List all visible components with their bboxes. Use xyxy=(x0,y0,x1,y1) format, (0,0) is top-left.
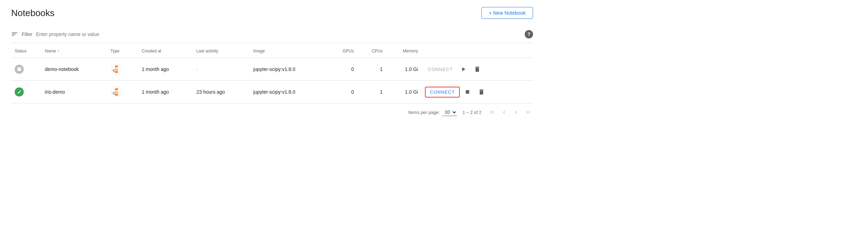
stop-button[interactable] xyxy=(461,87,474,97)
header-row: Notebooks + New Notebook xyxy=(11,7,533,19)
col-memory: Memory xyxy=(386,44,421,58)
page-info: 1 – 2 of 2 xyxy=(463,110,481,115)
name-cell: demo-notebook xyxy=(42,58,107,81)
created-at-cell: 1 month ago xyxy=(138,81,193,103)
svg-text:Ju: Ju xyxy=(114,67,118,71)
filter-label: Filter xyxy=(22,31,32,37)
col-last-activity: Last activity xyxy=(193,44,250,58)
table-row: ✓iris-demo Ju 1 month ago23 hours agojup… xyxy=(11,81,533,103)
new-notebook-button[interactable]: + New Notebook xyxy=(481,7,533,19)
filter-input[interactable] xyxy=(36,31,521,37)
last-activity-cell: - xyxy=(193,58,250,81)
image-cell: jupyter-scipy:v1.8.0 xyxy=(250,58,328,81)
help-icon[interactable]: ? xyxy=(525,30,533,38)
last-activity-cell: 23 hours ago xyxy=(193,81,250,103)
col-created-at: Created at xyxy=(138,44,193,58)
last-page-button[interactable] xyxy=(523,108,533,117)
delete-button[interactable] xyxy=(475,87,488,97)
status-cell xyxy=(11,58,42,81)
items-per-page: Items per page: 10 25 50 xyxy=(408,108,457,116)
row-actions: CONNECT xyxy=(425,87,530,98)
actions-cell: CONNECT xyxy=(421,58,533,81)
gpus-cell: 0 xyxy=(328,81,357,103)
items-per-page-label: Items per page: xyxy=(408,110,440,115)
page-container: Notebooks + New Notebook Filter ? Status… xyxy=(0,0,544,128)
first-page-button[interactable] xyxy=(487,108,497,117)
col-gpus: GPUs xyxy=(328,44,357,58)
col-actions xyxy=(421,44,533,58)
col-status: Status xyxy=(11,44,42,58)
name-cell: iris-demo xyxy=(42,81,107,103)
col-cpus: CPUs xyxy=(358,44,386,58)
items-per-page-select[interactable]: 10 25 50 xyxy=(442,108,457,116)
pagination-row: Items per page: 10 25 50 1 – 2 of 2 xyxy=(11,103,533,121)
type-cell: Ju xyxy=(107,58,138,81)
notebooks-table: Status Name ↑ Type Created at Last activ… xyxy=(11,44,533,103)
delete-button[interactable] xyxy=(471,64,484,74)
next-page-button[interactable] xyxy=(511,108,521,117)
actions-cell: CONNECT xyxy=(421,81,533,103)
row-actions: CONNECT xyxy=(425,64,530,74)
filter-icon xyxy=(11,31,18,38)
status-stopped-icon xyxy=(15,65,24,74)
table-header-row: Status Name ↑ Type Created at Last activ… xyxy=(11,44,533,58)
start-button[interactable] xyxy=(457,64,470,74)
prev-page-button[interactable] xyxy=(499,108,509,117)
page-nav xyxy=(487,108,533,117)
col-name: Name ↑ xyxy=(42,44,107,58)
image-cell: jupyter-scipy:v1.8.0 xyxy=(250,81,328,103)
status-running-icon: ✓ xyxy=(15,87,24,96)
col-type: Type xyxy=(107,44,138,58)
connect-button[interactable]: CONNECT xyxy=(425,65,456,73)
table-row: demo-notebook Ju 1 month ago-jupyter-sci… xyxy=(11,58,533,81)
filter-row: Filter ? xyxy=(11,26,533,43)
gpus-cell: 0 xyxy=(328,58,357,81)
col-image: Image xyxy=(250,44,328,58)
memory-cell: 1.0 Gi xyxy=(386,81,421,103)
cpus-cell: 1 xyxy=(358,81,386,103)
jupyter-icon: Ju xyxy=(110,86,123,98)
type-cell: Ju xyxy=(107,81,138,103)
jupyter-icon: Ju xyxy=(110,63,123,76)
created-at-cell: 1 month ago xyxy=(138,58,193,81)
cpus-cell: 1 xyxy=(358,58,386,81)
memory-cell: 1.0 Gi xyxy=(386,58,421,81)
page-title: Notebooks xyxy=(11,8,54,19)
connect-button[interactable]: CONNECT xyxy=(425,87,460,98)
svg-text:Ju: Ju xyxy=(114,90,118,94)
status-cell: ✓ xyxy=(11,81,42,103)
